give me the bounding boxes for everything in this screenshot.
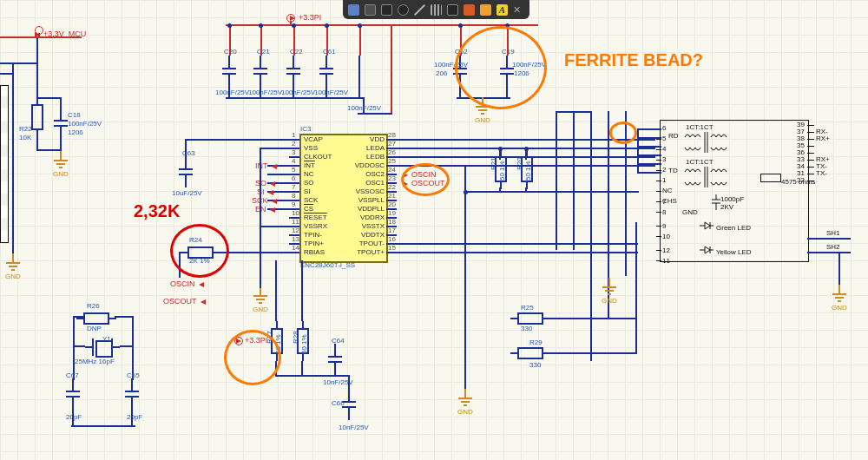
r29-val: 330: [529, 361, 541, 369]
conn-sh1: SH1: [826, 229, 840, 237]
conn-r: 4575 ohms: [781, 178, 816, 186]
netlabel-oscout-lower: OSCOUT: [163, 297, 197, 306]
conn-led1: Green LED: [716, 224, 751, 232]
r20-val: 50 1%: [524, 161, 532, 181]
tool-polyline[interactable]: [431, 4, 442, 16]
c61-val: 100nF/25V: [314, 89, 348, 96]
tool-color-orange[interactable]: [480, 4, 491, 16]
r25-val: 330: [521, 325, 532, 332]
ic-part: ENC28J60T-I_SS: [300, 261, 355, 269]
c22-ref: C22: [290, 48, 303, 56]
eda-floating-toolbar[interactable]: A ✕: [343, 0, 529, 19]
c18-ref: C18: [68, 111, 81, 119]
c63-val: 10uF/25V: [172, 189, 202, 197]
r20-ref: R20: [516, 157, 523, 170]
schematic-sheet[interactable]: { "toolbar": { "glyph_font": "A" }, "pow…: [0, 0, 868, 460]
c67-val: 20pF: [66, 413, 82, 421]
c64-ref: C64: [332, 337, 345, 345]
conn-td: TD: [668, 167, 678, 174]
c18-pkg: 1206: [68, 128, 83, 136]
annotation-osc-circle: [401, 163, 450, 196]
xfmr-coil-2: [681, 165, 733, 189]
tool-ellipse[interactable]: [398, 4, 409, 16]
annotation-rbias-circle: [170, 224, 229, 278]
conn-rd: RD: [668, 132, 679, 140]
conn-sh2: SH2: [826, 243, 840, 251]
c65-val: 20pF: [127, 413, 142, 421]
conn-cap: 1000pF 2KV: [720, 195, 744, 211]
c21-ref: C21: [257, 48, 270, 56]
c66-ref: C66: [332, 399, 345, 407]
tool-wire[interactable]: [365, 4, 376, 16]
y1-ref: Y1: [102, 335, 111, 343]
tool-select[interactable]: [348, 4, 359, 16]
xfmr-coil-1: [681, 130, 733, 154]
c61-ref: C61: [323, 48, 336, 56]
c22-val: 100nF/25V: [281, 89, 315, 96]
r28-val: 50 1%: [300, 334, 308, 354]
c21-val: 100nF/25V: [248, 89, 282, 96]
ic-ref: IC3: [300, 125, 311, 133]
annotation-ct-circle: [609, 122, 637, 144]
c67-ref: C67: [66, 371, 79, 379]
tool-color-red[interactable]: [464, 4, 475, 16]
r26-ref: R26: [87, 302, 100, 310]
r21-ref: R21: [490, 157, 497, 170]
c20-ref: C20: [224, 48, 237, 56]
conn-led2: Yellow LED: [716, 248, 752, 256]
netlabel-int: INT: [255, 161, 268, 170]
tool-text[interactable]: A: [496, 4, 508, 16]
c20-val: 100nF/25V: [215, 89, 249, 96]
c18-val: 100nF/25V: [68, 120, 102, 128]
r22-ref: R22: [19, 125, 32, 133]
y1-val: 25MHz 16pF: [75, 358, 115, 365]
res-r25: [517, 312, 543, 325]
annotation-tx-circle: [224, 330, 281, 385]
annotation-ferrite-circle: [455, 26, 547, 109]
c66-val: 10nF/25V: [339, 424, 369, 431]
annotation-rbias-text: 2,32K: [134, 201, 180, 221]
label-3v3pi: +3.3PI: [299, 13, 321, 22]
r26-val: DNP: [87, 325, 102, 332]
tool-rect[interactable]: [381, 4, 392, 16]
tool-line[interactable]: [414, 4, 425, 16]
label-3v3mcu: +3.3V_MCU: [43, 30, 86, 38]
r29-ref: R29: [529, 338, 542, 346]
cap-row2-val: 100nF/25V: [347, 104, 381, 112]
svg-marker-0: [705, 222, 710, 229]
res-r26: [83, 312, 109, 325]
conn-gnd-lbl: GND: [682, 208, 698, 216]
r22-val: 10K: [19, 134, 31, 141]
res-r22: [31, 104, 43, 130]
r28-ref: R28: [292, 331, 299, 344]
c62-pkg: 206: [436, 69, 447, 77]
r25-ref: R25: [521, 304, 534, 312]
tool-close[interactable]: ✕: [513, 4, 524, 16]
res-r29: [517, 347, 543, 359]
tool-fill[interactable]: [447, 4, 458, 16]
annotation-ferrite-text: FERRITE BEAD?: [564, 50, 703, 70]
c65-ref: C65: [127, 371, 140, 379]
svg-marker-3: [705, 246, 710, 253]
r21-val: 50 1%: [498, 161, 506, 181]
netlabel-oscin-lower: OSCIN: [170, 279, 195, 288]
